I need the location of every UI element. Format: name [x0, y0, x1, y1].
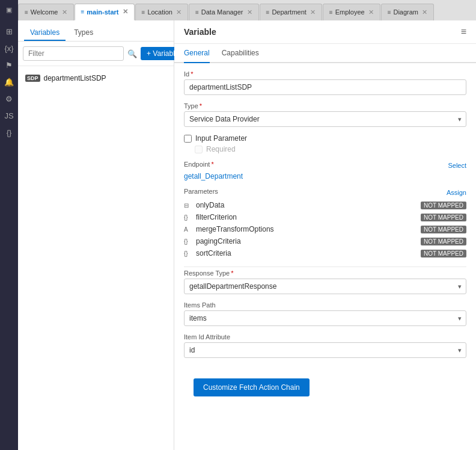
params-table: ⊟ onlyData NOT MAPPED {} filterCriterion… [184, 199, 466, 259]
bottom-section: Customize Fetch Action Chain [174, 372, 476, 410]
variable-list: SDPdepartmentListSDP [18, 66, 174, 450]
tab-location[interactable]: ≡Location✕ [135, 4, 188, 20]
tab-bar-left: ▣ [0, 0, 18, 20]
tab-close-data-manager[interactable]: ✕ [247, 9, 252, 16]
side-icon-code[interactable]: {x} [2, 41, 16, 55]
side-icon-gear[interactable]: ⚙ [2, 91, 16, 106]
tab-employee[interactable]: ≡Employee✕ [323, 4, 380, 20]
item-id-select-wrapper: id [184, 342, 466, 358]
param-icon-filterCriterion: {} [184, 211, 196, 223]
parameters-label: Parameters [184, 188, 218, 195]
id-input[interactable] [184, 79, 466, 95]
input-param-row: Input Parameter [184, 134, 466, 143]
param-status-sortCriteria[interactable]: NOT MAPPED [367, 247, 466, 259]
tab-close-diagram[interactable]: ✕ [422, 9, 427, 16]
param-name-mergeTransformOptions: mergeTransformOptions [196, 223, 367, 235]
param-icon-onlyData: ⊟ [184, 199, 196, 211]
type-required: * [200, 102, 202, 109]
required-row: Required [195, 145, 466, 153]
param-name-pagingCriteria: pagingCriteria [196, 235, 367, 247]
required-checkbox[interactable] [195, 146, 203, 153]
sub-tabs: VariablesTypes [18, 20, 174, 42]
tab-icon-department: ≡ [266, 9, 270, 16]
param-status-mergeTransformOptions[interactable]: NOT MAPPED [367, 223, 466, 235]
form-section: Id * Type * Service Data Provi [174, 63, 476, 372]
tab-data-manager[interactable]: ≡Data Manager✕ [189, 4, 259, 20]
menu-icon[interactable]: ≡ [461, 26, 466, 37]
main-area: ⊞{x}⚑🔔⚙JS{} VariablesTypes 🔍 + Variable … [0, 20, 476, 450]
right-tab-general[interactable]: General [184, 44, 210, 63]
tab-icon-data-manager: ≡ [195, 9, 199, 16]
endpoint-row: Endpoint * Select [184, 161, 466, 170]
content-area: VariablesTypes 🔍 + Variable SDPdepartmen… [18, 20, 476, 450]
assign-link[interactable]: Assign [447, 189, 466, 196]
response-type-select[interactable]: getallDepartmentResponse [184, 279, 466, 294]
tab-label-employee: Employee [335, 8, 365, 16]
endpoint-required: * [211, 161, 213, 168]
sub-tab-variables[interactable]: Variables [24, 25, 66, 41]
param-status-pagingCriteria[interactable]: NOT MAPPED [367, 235, 466, 247]
endpoint-select-link[interactable]: Select [448, 162, 466, 169]
var-name-departmentListSDP: departmentListSDP [44, 74, 106, 82]
tab-label-diagram: Diagram [393, 8, 418, 16]
divider [184, 267, 466, 267]
side-icon-braces[interactable]: {} [2, 125, 16, 140]
param-status-filterCriterion[interactable]: NOT MAPPED [367, 211, 466, 223]
param-icon-mergeTransformOptions: A [184, 223, 196, 235]
response-type-select-wrapper: getallDepartmentResponse [184, 279, 466, 294]
item-id-select[interactable]: id [184, 342, 466, 358]
required-label: Required [206, 145, 236, 153]
items-path-group: Items Path items [184, 301, 466, 326]
filter-input[interactable] [23, 46, 124, 61]
tab-icon-diagram: ≡ [388, 9, 391, 16]
item-id-label: Item Id Attribute [184, 333, 466, 341]
type-group: Type * Service Data ProviderArrayObjectS… [184, 102, 466, 127]
tab-icon-welcome: ≡ [25, 9, 28, 16]
param-icon-pagingCriteria: {} [184, 235, 196, 247]
tab-label-data-manager: Data Manager [201, 8, 243, 16]
id-label: Id * [184, 70, 466, 78]
tab-label-main-start: main-start [87, 8, 118, 16]
app-logo: ▣ [6, 6, 12, 14]
input-param-checkbox[interactable] [184, 135, 192, 143]
tab-welcome[interactable]: ≡Welcome✕ [18, 4, 74, 20]
customize-fetch-button[interactable]: Customize Fetch Action Chain [194, 378, 310, 396]
filter-bar: 🔍 + Variable [18, 42, 174, 66]
tab-main-start[interactable]: ≡main-start✕ [75, 4, 135, 20]
sub-tab-types[interactable]: Types [68, 25, 99, 41]
variable-item-departmentListSDP[interactable]: SDPdepartmentListSDP [18, 71, 174, 85]
side-icon-bell[interactable]: 🔔 [2, 75, 16, 89]
endpoint-value[interactable]: getall_Department [184, 172, 243, 180]
param-row-pagingCriteria: {} pagingCriteria NOT MAPPED [184, 235, 466, 247]
tab-icon-employee: ≡ [329, 9, 333, 16]
items-path-label: Items Path [184, 301, 466, 309]
parameters-group: Parameters Assign ⊟ onlyData NOT MAPPED … [184, 188, 466, 259]
var-badge-departmentListSDP: SDP [25, 75, 40, 82]
items-path-select-wrapper: items [184, 310, 466, 326]
type-select[interactable]: Service Data ProviderArrayObjectStringNu… [184, 111, 466, 127]
param-name-filterCriterion: filterCriterion [196, 211, 367, 223]
tab-close-location[interactable]: ✕ [176, 9, 182, 16]
tab-label-location: Location [147, 8, 172, 16]
side-icon-js[interactable]: JS [2, 108, 16, 123]
param-status-onlyData[interactable]: NOT MAPPED [367, 199, 466, 211]
tab-department[interactable]: ≡Department✕ [260, 4, 322, 20]
right-tab-capabilities[interactable]: Capabilities [222, 44, 259, 63]
items-path-select[interactable]: items [184, 310, 466, 326]
tab-close-employee[interactable]: ✕ [368, 9, 374, 16]
response-type-required: * [231, 270, 233, 277]
tab-close-main-start[interactable]: ✕ [123, 8, 128, 15]
tab-close-welcome[interactable]: ✕ [62, 9, 67, 16]
right-panel-header: Variable ≡ [174, 20, 476, 44]
tab-diagram[interactable]: ≡Diagram✕ [381, 4, 434, 20]
tab-close-department[interactable]: ✕ [310, 9, 316, 16]
param-row-sortCriteria: {} sortCriteria NOT MAPPED [184, 247, 466, 259]
side-icon-layers[interactable]: ⊞ [2, 24, 16, 39]
side-icon-flag[interactable]: ⚑ [2, 58, 16, 72]
search-button[interactable]: 🔍 [127, 49, 137, 58]
item-id-group: Item Id Attribute id [184, 333, 466, 358]
response-type-label: Response Type * [184, 270, 466, 277]
param-icon-sortCriteria: {} [184, 247, 196, 259]
param-row-filterCriterion: {} filterCriterion NOT MAPPED [184, 211, 466, 223]
type-select-wrapper: Service Data ProviderArrayObjectStringNu… [184, 111, 466, 127]
